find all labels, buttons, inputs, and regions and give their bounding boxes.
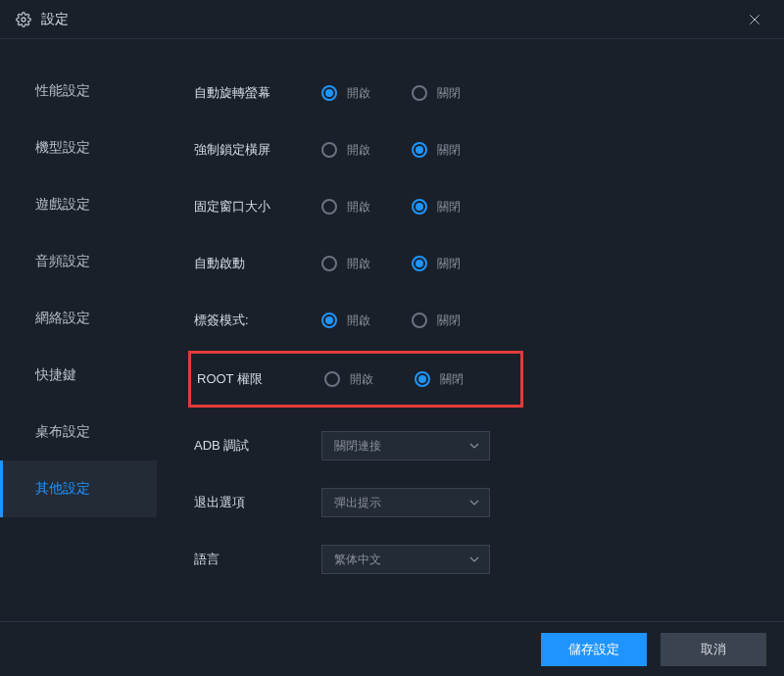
setting-root: ROOT 權限 開啟 關閉 <box>197 362 514 397</box>
radio-icon <box>321 199 337 215</box>
sidebar-item-model[interactable]: 機型設定 <box>0 120 157 176</box>
sidebar-item-network[interactable]: 網絡設定 <box>0 290 157 347</box>
setting-label: ROOT 權限 <box>197 370 324 388</box>
setting-adb: ADB 調試 關閉連接 <box>194 417 757 474</box>
radio-label: 關閉 <box>437 85 461 102</box>
window-title: 設定 <box>41 11 741 28</box>
sidebar-item-game[interactable]: 遊戲設定 <box>0 176 157 233</box>
setting-language: 語言 繁体中文 <box>194 531 757 588</box>
setting-label: 自動啟動 <box>194 255 321 272</box>
sidebar-item-audio[interactable]: 音頻設定 <box>0 233 157 290</box>
save-button[interactable]: 儲存設定 <box>541 633 647 666</box>
sidebar-item-label: 其他設定 <box>35 480 90 498</box>
radio-icon <box>412 313 427 328</box>
radio-on[interactable]: 開啟 <box>321 313 370 329</box>
close-button[interactable] <box>741 6 768 33</box>
dropdown-value: 關閉連接 <box>334 438 381 455</box>
settings-panel: 自動旋轉螢幕 開啟 關閉 強制鎖定橫屏 開啟 關閉 固定窗口大小 開啟 關閉 自… <box>157 39 784 621</box>
radio-off[interactable]: 關閉 <box>412 313 461 329</box>
radio-label: 關閉 <box>437 313 461 329</box>
sidebar-item-label: 快捷鍵 <box>35 366 76 384</box>
radio-icon <box>415 371 430 387</box>
sidebar-item-label: 機型設定 <box>35 139 90 157</box>
radio-icon <box>321 313 337 328</box>
radio-on[interactable]: 開啟 <box>321 199 370 216</box>
sidebar: 性能設定 機型設定 遊戲設定 音頻設定 網絡設定 快捷鍵 桌布設定 其他設定 <box>0 39 157 621</box>
setting-label: 退出選項 <box>194 494 321 511</box>
radio-off[interactable]: 關閉 <box>412 256 461 272</box>
radio-icon <box>412 199 427 215</box>
setting-exit: 退出選項 彈出提示 <box>194 474 757 531</box>
radio-icon <box>412 142 427 158</box>
sidebar-item-label: 桌布設定 <box>35 423 90 441</box>
radio-label: 開啟 <box>347 85 370 102</box>
setting-auto-rotate: 自動旋轉螢幕 開啟 關閉 <box>194 65 757 121</box>
setting-label: ADB 調試 <box>194 437 321 455</box>
root-highlight: ROOT 權限 開啟 關閉 <box>188 351 523 408</box>
setting-tab-mode: 標簽模式: 開啟 關閉 <box>194 292 757 349</box>
radio-off[interactable]: 關閉 <box>415 371 464 388</box>
radio-on[interactable]: 開啟 <box>321 142 370 159</box>
titlebar: 設定 <box>0 0 784 39</box>
chevron-down-icon <box>469 441 479 451</box>
dropdown-value: 繁体中文 <box>334 552 381 568</box>
radio-label: 開啟 <box>347 199 370 216</box>
dropdown-value: 彈出提示 <box>334 495 381 511</box>
sidebar-item-performance[interactable]: 性能設定 <box>0 63 157 120</box>
radio-label: 關閉 <box>437 142 461 159</box>
adb-dropdown[interactable]: 關閉連接 <box>321 431 490 460</box>
chevron-down-icon <box>469 555 479 564</box>
setting-auto-start: 自動啟動 開啟 關閉 <box>194 235 757 292</box>
radio-label: 開啟 <box>347 256 370 272</box>
radio-off[interactable]: 關閉 <box>412 142 461 159</box>
radio-label: 關閉 <box>440 371 464 388</box>
radio-icon <box>412 85 427 101</box>
sidebar-item-other[interactable]: 其他設定 <box>0 460 157 517</box>
radio-label: 關閉 <box>437 256 461 272</box>
sidebar-item-label: 遊戲設定 <box>35 196 90 214</box>
radio-off[interactable]: 關閉 <box>412 199 461 216</box>
radio-on[interactable]: 開啟 <box>321 256 370 272</box>
radio-icon <box>412 256 427 271</box>
radio-on[interactable]: 開啟 <box>321 85 370 102</box>
sidebar-item-wallpaper[interactable]: 桌布設定 <box>0 404 157 460</box>
radio-icon <box>321 142 337 158</box>
setting-label: 標簽模式: <box>194 312 321 329</box>
sidebar-item-label: 性能設定 <box>35 82 90 100</box>
sidebar-item-label: 音頻設定 <box>35 253 90 270</box>
exit-dropdown[interactable]: 彈出提示 <box>321 488 490 517</box>
setting-force-landscape: 強制鎖定橫屏 開啟 關閉 <box>194 121 757 178</box>
radio-icon <box>321 85 337 101</box>
setting-label: 語言 <box>194 551 321 568</box>
setting-label: 強制鎖定橫屏 <box>194 141 321 159</box>
radio-label: 關閉 <box>437 199 461 216</box>
radio-off[interactable]: 關閉 <box>412 85 461 102</box>
svg-point-0 <box>22 18 25 22</box>
radio-on[interactable]: 開啟 <box>324 371 373 388</box>
radio-label: 開啟 <box>350 371 373 388</box>
footer: 儲存設定 取消 <box>0 621 784 676</box>
gear-icon <box>16 12 31 27</box>
language-dropdown[interactable]: 繁体中文 <box>321 545 490 574</box>
setting-fixed-window: 固定窗口大小 開啟 關閉 <box>194 178 757 235</box>
setting-label: 固定窗口大小 <box>194 198 321 216</box>
radio-label: 開啟 <box>347 142 370 159</box>
radio-icon <box>324 371 340 387</box>
setting-label: 自動旋轉螢幕 <box>194 84 321 102</box>
chevron-down-icon <box>469 498 479 507</box>
sidebar-item-label: 網絡設定 <box>35 310 90 327</box>
radio-icon <box>321 256 337 271</box>
radio-label: 開啟 <box>347 313 370 329</box>
sidebar-item-shortcut[interactable]: 快捷鍵 <box>0 347 157 404</box>
cancel-button[interactable]: 取消 <box>661 633 766 666</box>
